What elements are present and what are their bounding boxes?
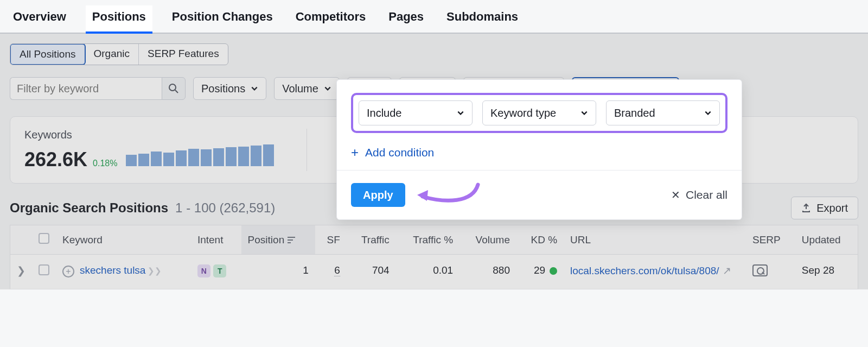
sort-icon: [288, 237, 296, 243]
cell-kd: 29: [534, 264, 545, 276]
condition-field-select[interactable]: Keyword type: [482, 100, 596, 125]
results-table: Keyword Intent Position SF Traffic Traff…: [10, 225, 858, 289]
search-icon: [168, 83, 179, 94]
tab-competitors[interactable]: Competitors: [292, 5, 369, 33]
chevron-down-icon: [580, 109, 588, 117]
filter-volume[interactable]: Volume: [274, 77, 340, 100]
annotation-arrow: [413, 181, 483, 209]
col-traffic-pct[interactable]: Traffic %: [396, 225, 459, 255]
col-kd[interactable]: KD %: [516, 225, 564, 255]
col-serp[interactable]: SERP: [746, 225, 795, 255]
close-icon: ✕: [671, 188, 680, 201]
export-button[interactable]: Export: [791, 197, 858, 219]
chevron-down-icon: [324, 85, 331, 92]
table-range: 1 - 100 (262,591): [175, 200, 275, 215]
col-url[interactable]: URL: [564, 225, 746, 255]
segment-serp-features[interactable]: SERP Features: [139, 44, 228, 65]
filter-positions[interactable]: Positions: [193, 77, 266, 100]
svg-point-0: [169, 84, 176, 91]
kd-difficulty-dot: [550, 267, 557, 275]
tab-pages[interactable]: Pages: [385, 5, 427, 33]
segment-all-positions[interactable]: All Positions: [10, 43, 86, 65]
col-traffic[interactable]: Traffic: [347, 225, 396, 255]
keyword-link[interactable]: skechers tulsa: [80, 264, 145, 276]
export-icon: [801, 203, 811, 213]
row-checkbox[interactable]: [39, 264, 49, 275]
col-keyword[interactable]: Keyword: [56, 225, 191, 255]
advanced-filters-popover: Include Keyword type Branded + Add condi…: [336, 79, 742, 220]
filter-condition-row: Include Keyword type Branded: [351, 93, 727, 133]
tab-position-changes[interactable]: Position Changes: [169, 5, 276, 33]
col-position[interactable]: Position: [241, 225, 315, 255]
table-title: Organic Search Positions: [10, 200, 168, 215]
svg-rect-2: [288, 237, 295, 238]
intent-badge-t: T: [213, 264, 226, 277]
add-condition-button[interactable]: + Add condition: [351, 145, 434, 160]
double-chevron-icon: ❯❯: [148, 266, 162, 275]
expand-row-toggle[interactable]: ❯: [17, 265, 25, 276]
main-tabs: Overview Positions Position Changes Comp…: [0, 0, 868, 34]
keywords-stat-delta: 0.18%: [93, 159, 117, 168]
external-link-icon[interactable]: ↗: [723, 265, 731, 276]
keyword-filter-search-button[interactable]: [162, 77, 186, 100]
position-type-segment: All Positions Organic SERP Features: [10, 43, 228, 65]
chevron-down-icon: [704, 109, 712, 117]
tab-overview[interactable]: Overview: [10, 5, 69, 33]
cell-traffic-pct: 0.01: [396, 255, 459, 289]
chevron-down-icon: [457, 109, 464, 117]
add-keyword-icon[interactable]: +: [62, 266, 74, 277]
cell-updated: Sep 28: [795, 255, 858, 289]
table-row: ❯ + skechers tulsa❯❯ N T 1 6 704 0.01 88…: [10, 255, 858, 289]
condition-operator-select[interactable]: Include: [359, 100, 473, 125]
col-updated[interactable]: Updated: [795, 225, 858, 255]
cell-position: 1: [241, 255, 315, 289]
cell-volume: 880: [459, 255, 516, 289]
condition-value-select[interactable]: Branded: [606, 100, 720, 125]
col-intent[interactable]: Intent: [191, 225, 241, 255]
tab-positions[interactable]: Positions: [86, 5, 152, 34]
view-serp-icon[interactable]: [752, 264, 768, 276]
tab-subdomains[interactable]: Subdomains: [443, 5, 521, 33]
keywords-stat-value: 262.6K: [24, 148, 87, 171]
url-link[interactable]: local.skechers.com/ok/tulsa/808/: [570, 265, 719, 276]
keywords-stat-label: Keywords: [24, 129, 274, 141]
cell-sf[interactable]: 6: [334, 264, 340, 276]
col-sf[interactable]: SF: [315, 225, 347, 255]
segment-organic[interactable]: Organic: [85, 44, 139, 65]
select-all-checkbox[interactable]: [39, 233, 49, 244]
intent-badge-n: N: [197, 264, 210, 277]
cell-traffic: 704: [347, 255, 396, 289]
keywords-sparkline: [126, 144, 274, 166]
apply-button[interactable]: Apply: [351, 183, 405, 207]
clear-all-button[interactable]: ✕ Clear all: [671, 188, 727, 201]
svg-rect-3: [288, 239, 293, 241]
plus-icon: +: [351, 145, 359, 160]
svg-line-1: [175, 90, 178, 93]
chevron-down-icon: [251, 85, 258, 92]
svg-rect-4: [288, 242, 291, 243]
col-volume[interactable]: Volume: [459, 225, 516, 255]
keyword-filter-input[interactable]: [10, 77, 162, 100]
